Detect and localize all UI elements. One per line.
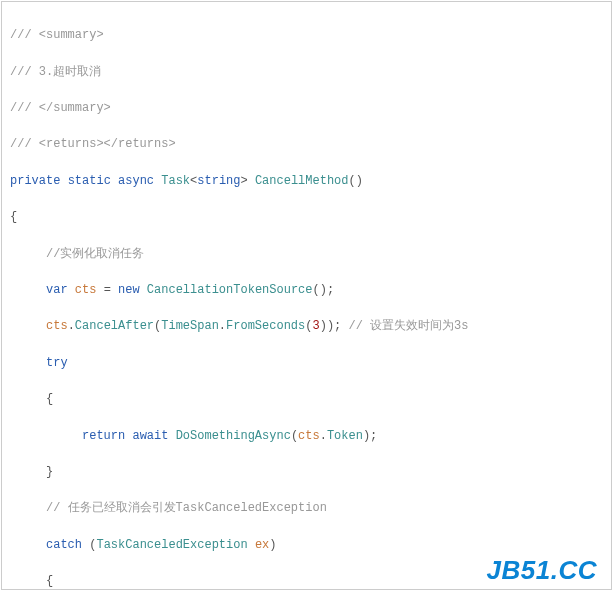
comment-timeout: // 设置失效时间为3s — [349, 319, 469, 333]
type-timespan: TimeSpan — [161, 319, 219, 333]
id-cts: cts — [46, 319, 68, 333]
rparen: ) — [269, 538, 276, 552]
num-3: 3 — [312, 319, 319, 333]
rparen: ) — [320, 319, 327, 333]
brace-close: } — [46, 465, 53, 479]
method-signature-1: private static async Task<string> Cancel… — [10, 172, 603, 190]
kw-await: await — [132, 429, 168, 443]
xmldoc-summary-open: /// <summary> — [10, 28, 104, 42]
xmldoc-summary-text: /// 3.超时取消 — [10, 65, 101, 79]
type-string: string — [197, 174, 240, 188]
lparen: ( — [291, 429, 298, 443]
xmldoc-summary-close: /// </summary> — [10, 101, 111, 115]
dot: . — [320, 429, 327, 443]
semicolon: ; — [334, 319, 341, 333]
m-cancelafter: CancelAfter — [75, 319, 154, 333]
kw-private: private — [10, 174, 60, 188]
kw-var: var — [46, 283, 68, 297]
m-fromseconds: FromSeconds — [226, 319, 305, 333]
type-task: Task — [161, 174, 190, 188]
code-snippet: /// <summary> /// 3.超时取消 /// </summary> … — [1, 1, 612, 590]
watermark-logo: JB51.CC — [487, 561, 597, 579]
m-dosomethingasync: DoSomethingAsync — [176, 429, 291, 443]
kw-async: async — [118, 174, 154, 188]
semicolon: ; — [327, 283, 334, 297]
kw-static: static — [68, 174, 111, 188]
id-cts: cts — [75, 283, 97, 297]
brace-open: { — [10, 210, 17, 224]
type-taskcanceledexception: TaskCanceledException — [96, 538, 247, 552]
dot: . — [68, 319, 75, 333]
kw-return: return — [82, 429, 125, 443]
method-name-cancellmethod: CancellMethod — [255, 174, 349, 188]
rparen: ) — [327, 319, 334, 333]
id-cts: cts — [298, 429, 320, 443]
op-equals: = — [96, 283, 118, 297]
semicolon: ; — [370, 429, 377, 443]
kw-catch: catch — [46, 538, 82, 552]
prop-token: Token — [327, 429, 363, 443]
parens: () — [349, 174, 363, 188]
xmldoc-returns: /// <returns></returns> — [10, 137, 176, 151]
type-cts: CancellationTokenSource — [147, 283, 313, 297]
kw-try: try — [46, 356, 68, 370]
comment-instantiate: //实例化取消任务 — [46, 247, 144, 261]
comment-exception: // 任务已经取消会引发TaskCanceledException — [46, 501, 327, 515]
parens: () — [313, 283, 327, 297]
brace-open: { — [46, 392, 53, 406]
kw-new: new — [118, 283, 140, 297]
id-ex: ex — [255, 538, 269, 552]
dot: . — [219, 319, 226, 333]
brace-open: { — [46, 574, 53, 588]
